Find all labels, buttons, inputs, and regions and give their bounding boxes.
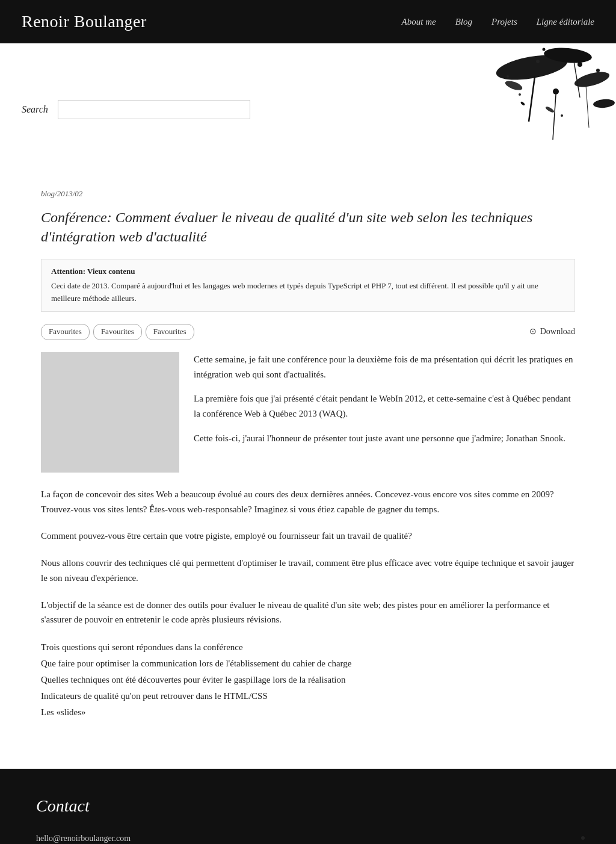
tag-2[interactable]: Favourites [146,324,194,340]
intro-p2: Cette fois-ci, j'aurai l'honneur de prés… [194,431,575,446]
svg-point-16 [519,93,521,96]
site-title: Renoir Boulanger [22,8,147,36]
body-p3: L'objectif de la séance est de donner de… [41,598,575,628]
body-p2: Nous allons couvrir des techniques clé q… [41,556,575,586]
svg-point-18 [520,101,526,106]
intro-p1: La première fois que j'ai présenté c'éta… [194,391,575,421]
svg-point-29 [581,836,585,840]
svg-line-12 [553,95,556,140]
main-content: blog/2013/02 Conférence: Comment évaluer… [19,188,597,769]
article-top: Cette semaine, je fait une conférence po… [41,352,575,473]
list-item-2: Quelles techniques ont été découvertes p… [41,672,575,688]
hero-section: Search [0,43,616,176]
site-footer: Contact hello@renoirboulanger.com twitte… [0,769,616,844]
svg-line-11 [586,85,589,128]
svg-point-17 [561,114,563,117]
tags-row: Favourites Favourites Favourites ⊙ Downl… [41,324,575,340]
svg-line-9 [529,76,535,122]
svg-point-14 [543,48,546,51]
ink-splash [363,43,616,176]
svg-point-13 [507,75,509,78]
nav-blog[interactable]: Blog [455,14,472,29]
tags-container: Favourites Favourites Favourites [41,324,194,340]
nav-projets[interactable]: Projets [491,14,517,29]
main-nav: About me Blog Projets Ligne éditoriale [402,14,594,29]
nav-about[interactable]: About me [402,14,436,29]
site-header: Renoir Boulanger About me Blog Projets L… [0,0,616,43]
list-item-1: Que faire pour optimiser la communicatio… [41,656,575,672]
search-label: Search [22,102,48,117]
svg-point-6 [578,62,582,67]
body-p1: Comment pouvez-vous être certain que vot… [41,529,575,544]
svg-point-27 [598,839,610,843]
article-list: Trois questions qui seront répondues dan… [41,639,575,721]
footer-ink-splash [375,781,616,844]
intro-p0: Cette semaine, je fait une conférence po… [194,352,575,382]
warning-body: Ceci date de 2013. Comparé à aujourd'hui… [51,281,538,303]
article-title: Conférence: Comment évaluer le niveau de… [41,208,575,247]
list-item-3: Indicateurs de qualité qu'on peut retrou… [41,688,575,704]
svg-point-7 [593,98,615,108]
svg-point-3 [504,79,523,92]
list-item-4: Les «slides» [41,704,575,721]
search-area: Search [22,100,250,119]
nav-ligne[interactable]: Ligne éditoriale [537,14,594,29]
list-item-0: Trois questions qui seront répondues dan… [41,639,575,656]
article-image [41,352,179,473]
svg-point-8 [545,105,555,113]
tag-0[interactable]: Favourites [41,324,90,340]
download-label: Download [540,325,575,338]
download-icon: ⊙ [529,325,537,338]
svg-point-15 [596,69,600,72]
warning-title: Attention: Vieux contenu [51,265,565,278]
breadcrumb: blog/2013/02 [41,188,575,200]
tag-1[interactable]: Favourites [93,324,142,340]
article-intro: Cette semaine, je fait une conférence po… [194,352,575,473]
search-input[interactable] [58,100,250,119]
body-p0: La façon de concevoir des sites Web a be… [41,487,575,517]
download-link[interactable]: ⊙ Download [529,325,575,338]
svg-point-5 [536,60,540,63]
article-body: La façon de concevoir des sites Web a be… [41,487,575,627]
warning-box: Attention: Vieux contenu Ceci date de 20… [41,259,575,312]
svg-point-2 [573,69,611,90]
svg-point-4 [553,88,559,95]
